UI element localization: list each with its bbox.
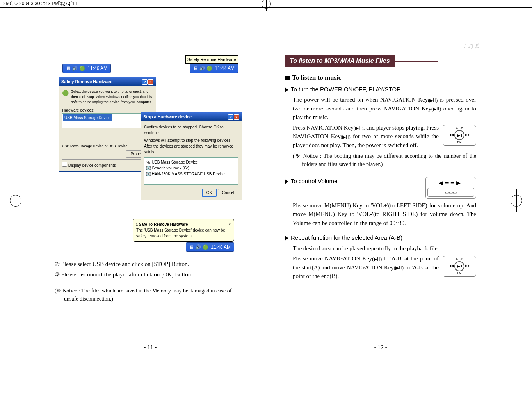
dialog-stop-device: Stop a Hardware device ?× Confirm device…	[141, 112, 242, 201]
navigation-key-diagram: A↔B ◀◀ ▶Ⅱ ▶▶ FM	[443, 125, 476, 146]
usb-icon: 🟢	[62, 89, 69, 105]
forward-icon: ▶▶	[465, 264, 470, 268]
subheading-repeat: Repeat function for the selected Area (A…	[285, 233, 476, 242]
play-pause-icon: (▶ⅠⅠ)	[354, 125, 363, 132]
balloon-safe-to-remove: ℹ Safe To Remove Hardware × The 'USB Mas…	[133, 219, 234, 242]
triangle-bullet-icon	[285, 236, 288, 241]
close-icon-2[interactable]: ×	[234, 114, 239, 120]
play-pause-icon: (▶ⅠⅠ)	[428, 97, 438, 104]
registration-mark-right	[505, 189, 528, 212]
close-icon[interactable]: ×	[148, 79, 153, 85]
crop-filename: 250 ̊‚º» 2004.3.30 2:43 PM ̆‡¿Ã¡ˆ11	[3, 1, 77, 6]
cancel-button[interactable]: Cancel	[218, 189, 238, 196]
taskbar-tray-1: 🖥 🔊 🟢 11:46 AM	[62, 64, 111, 73]
left-notice-text: (※ Notice : The files which are saved in…	[55, 287, 246, 303]
page-left: 🖥 🔊 🟢 11:46 AM Safely Remove Hardware 🖥 …	[35, 16, 265, 375]
dialog-safely-remove-instructions: Select the device you want to unplug or …	[71, 89, 153, 105]
dialog-stop-device-titlebar: Stop a Hardware device ?×	[141, 112, 242, 121]
nav-diagram-top-label: A↔B	[444, 127, 475, 130]
display-components-checkbox[interactable]	[62, 162, 67, 167]
help-button-icon[interactable]: ?	[142, 79, 148, 85]
registration-mark-left	[4, 189, 27, 212]
volume-arrows-icon: ◀━━▶	[427, 179, 474, 187]
navigation-key-diagram-2: A↔B ◀◀ ▶Ⅱ ▶▶ FM	[443, 256, 476, 277]
crop-center-mark	[261, 0, 272, 9]
dialog-stop-device-title: Stop a Hardware device	[143, 114, 192, 120]
page-right: ♪♫♬ To listen to MP3/WMA Music Files To …	[265, 16, 496, 375]
play-pause-icon: (▶ⅠⅠ)	[341, 134, 351, 141]
rewind-icon: ◀◀	[449, 264, 454, 268]
stop-device-line2: Windows will attempt to stop the followi…	[144, 137, 238, 155]
display-components-label: Display device components	[68, 163, 116, 168]
page-number-right: - 12 -	[374, 343, 387, 351]
device-status-text: USB Mass Storage Device at USB Device	[62, 144, 153, 149]
hardware-devices-list[interactable]: USB Mass Storage Device	[62, 113, 153, 128]
stop-device-item3: HAN-250K MASS STORAGE USB Device	[152, 172, 225, 176]
step-3-text: ③ Please disconnect the player after cli…	[55, 270, 246, 279]
forward-icon: ▶▶	[465, 134, 470, 137]
balloon-close-icon[interactable]: ×	[228, 221, 231, 227]
power-paragraph: The power will be turned on when NAVIGAT…	[293, 95, 476, 122]
section-header-bar: To listen to MP3/WMA Music Files	[285, 55, 395, 67]
subheading-power: To turn the POWER ON/OFF, PLAY/STOP	[285, 85, 476, 94]
help-button-icon-2[interactable]: ?	[228, 114, 233, 120]
music-notes-icon: ♪♫♬	[463, 39, 480, 52]
nav-diagram-top-label-2: A↔B	[444, 258, 475, 261]
nav-center-button-icon: ▶Ⅱ	[454, 261, 464, 271]
nav-center-button-icon: ▶Ⅱ	[454, 130, 464, 140]
taskbar-tray-2: 🖥 🔊 🟢 11:44 AM	[190, 64, 238, 73]
rewind-icon: ◀◀	[449, 134, 454, 137]
taskbar-time-3: 11:48 AM	[211, 244, 231, 250]
play-pause-icon: (▶ⅠⅠ)	[394, 264, 404, 271]
stop-device-list[interactable]: 🔌 USB Mass Storage Device 💽 Generic volu…	[144, 157, 238, 185]
volume-key-diagram: ◀━━▶ ▭▭▭	[425, 177, 476, 199]
stop-device-line1: Confirm devices to be stopped, Choose OK…	[144, 124, 238, 136]
hardware-devices-label: Hardware devices:	[62, 107, 153, 113]
taskbar-tray-3: 🖥 🔊 🟢 11:48 AM	[186, 242, 234, 252]
crop-mark-header: 250 ̊‚º» 2004.3.30 2:43 PM ̆‡¿Ã¡ˆ11	[0, 0, 532, 8]
boot-notice-text: (※ Notice : The booting time may be diff…	[293, 152, 476, 168]
dialog-safely-remove-titlebar: Safely Remove Hardware ?×	[59, 77, 156, 86]
triangle-bullet-icon	[285, 179, 288, 184]
repeat-intro: The desired area can be played repeatedl…	[293, 244, 476, 253]
square-bullet-icon	[285, 76, 290, 80]
taskbar-time-1: 11:46 AM	[87, 66, 107, 71]
taskbar-time-2: 11:44 AM	[215, 66, 235, 71]
play-pause-icon: (▶ⅠⅠ)	[372, 256, 382, 263]
nav-diagram-bottom-label: FM	[444, 140, 475, 144]
stop-device-item1: USB Mass Storage Device	[152, 160, 198, 164]
nav-diagram-bottom-label-2: FM	[444, 271, 475, 275]
balloon-safely-remove: Safely Remove Hardware	[185, 55, 238, 64]
ok-button[interactable]: OK	[202, 189, 217, 197]
balloon-safe-title: Safe To Remove Hardware	[139, 222, 188, 226]
heading-to-listen: To listen to music	[285, 73, 476, 83]
volume-paragraph: Please move M(MENU) Key to 'VOL+'(to LEF…	[293, 201, 476, 228]
page-number-left: - 11 -	[144, 343, 157, 351]
dialog-safely-remove-title: Safely Remove Hardware	[61, 78, 112, 85]
power-paragraph-2-wrap: A↔B ◀◀ ▶Ⅱ ▶▶ FM Press NAVIGATION Key(▶ⅠⅠ…	[293, 123, 476, 150]
stop-device-item2: Generic volume - (G:)	[152, 166, 189, 170]
step-2-text: ② Please select USB device and click on …	[55, 260, 246, 269]
balloon-safe-body: The 'USB Mass Storage Device' device can…	[136, 227, 231, 239]
play-pause-icon: (▶ⅠⅠ)	[431, 105, 441, 112]
triangle-bullet-icon	[285, 87, 288, 92]
repeat-paragraph-wrap: A↔B ◀◀ ▶Ⅱ ▶▶ FM Please move NAVIGATION K…	[293, 254, 476, 281]
hardware-device-item[interactable]: USB Mass Storage Device	[63, 114, 112, 121]
